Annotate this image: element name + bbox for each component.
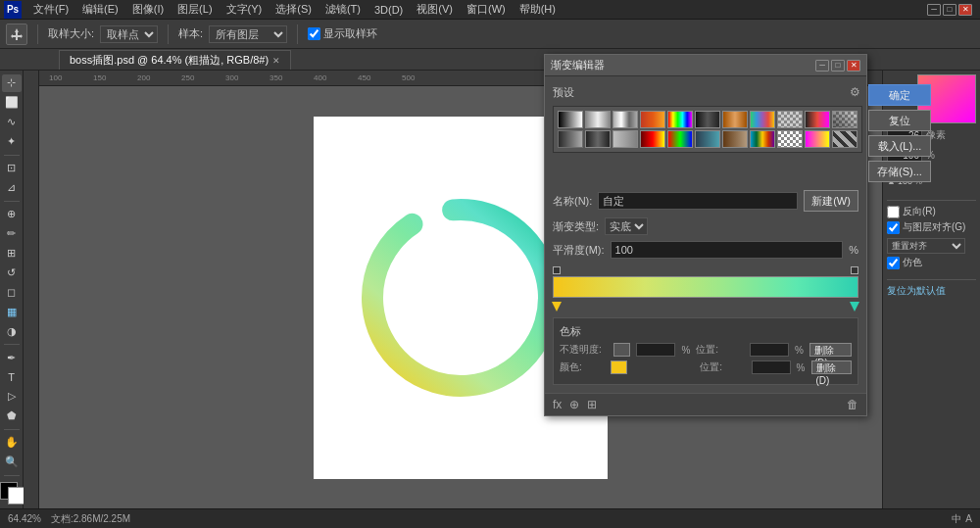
preset-p2[interactable]	[585, 130, 611, 148]
show-samples-checkbox[interactable]: 显示取样环	[308, 26, 377, 41]
tool-gradient[interactable]: ▦	[2, 303, 22, 320]
tool-type[interactable]: T	[2, 368, 22, 386]
ok-button[interactable]: 确定	[868, 84, 931, 106]
cs-opacity-input[interactable]	[636, 343, 675, 357]
toolbox-sep-3	[4, 344, 20, 345]
preset-checker[interactable]	[832, 111, 858, 128]
app-maximize-btn[interactable]: □	[943, 4, 956, 16]
preset-p6[interactable]	[695, 130, 720, 148]
tool-size-select[interactable]: 取样点	[100, 25, 158, 43]
fake-checkbox[interactable]	[887, 257, 900, 269]
tool-crop[interactable]: ⊡	[2, 160, 22, 177]
preset-copper[interactable]	[722, 111, 748, 128]
tool-brush[interactable]: ✏	[2, 224, 22, 242]
preset-p8[interactable]	[750, 130, 775, 148]
tool-zoom[interactable]: 🔍	[2, 454, 22, 471]
menu-layer[interactable]: 图层(L)	[172, 1, 218, 18]
sample-select[interactable]: 所有图层	[209, 25, 287, 43]
stop-top-left[interactable]	[553, 266, 561, 274]
preset-bw[interactable]	[558, 111, 583, 128]
stop-top-right[interactable]	[851, 266, 858, 274]
cs-opacity-label: 不透明度:	[560, 343, 608, 357]
tool-eyedropper[interactable]: ⊿	[2, 179, 22, 197]
presets-gear-btn[interactable]: ⚙	[847, 84, 862, 100]
copy-stop-icon[interactable]: ⊞	[587, 398, 597, 411]
cs-location-input[interactable]	[750, 343, 789, 357]
color-stop-left[interactable]	[552, 302, 562, 312]
dialog-close-btn[interactable]: ✕	[847, 60, 860, 72]
reset-default-btn[interactable]: 复位为默认值	[887, 284, 976, 298]
preset-warm[interactable]	[640, 111, 665, 128]
menu-text[interactable]: 文字(Y)	[220, 1, 269, 18]
tab-document[interactable]: boss插图.psd @ 64.4% (粗描边, RGB/8#) ✕	[59, 50, 291, 70]
preset-p4[interactable]	[640, 130, 665, 148]
smoothness-input[interactable]	[611, 241, 844, 259]
tool-hand[interactable]: ✋	[2, 434, 22, 452]
tool-pen[interactable]: ✒	[2, 349, 22, 366]
tool-magic-wand[interactable]: ✦	[2, 133, 22, 151]
tool-shape[interactable]: ⬟	[2, 408, 22, 425]
color-stop-title: 色标	[560, 324, 852, 339]
tool-path[interactable]: ▷	[2, 388, 22, 406]
reset-button[interactable]: 复位	[868, 110, 931, 131]
new-button[interactable]: 新建(W)	[804, 190, 858, 212]
move-tool-btn[interactable]	[6, 24, 27, 45]
preset-p3[interactable]	[612, 130, 638, 148]
background-color[interactable]	[8, 487, 25, 504]
menu-file[interactable]: 文件(F)	[27, 1, 74, 18]
app-close-btn[interactable]: ✕	[958, 4, 972, 16]
preset-chrome[interactable]	[612, 111, 638, 128]
tool-heal[interactable]: ⊕	[2, 206, 22, 223]
tool-clone[interactable]: ⊞	[2, 244, 22, 262]
menu-view[interactable]: 视图(V)	[411, 1, 459, 18]
menu-edit[interactable]: 编辑(E)	[76, 1, 124, 18]
name-input[interactable]	[598, 192, 798, 210]
tool-history-brush[interactable]: ↺	[2, 264, 22, 281]
preset-transparent[interactable]	[777, 111, 803, 128]
cs-opacity-delete-btn[interactable]: 删除(D)	[809, 343, 852, 357]
preset-p11[interactable]	[832, 130, 858, 148]
preset-p10[interactable]	[805, 130, 830, 148]
preset-rainbow2[interactable]	[750, 111, 775, 128]
menu-window[interactable]: 窗口(W)	[461, 1, 512, 18]
preset-p5[interactable]	[667, 130, 693, 148]
cs-color-delete-btn[interactable]: 删除(D)	[811, 360, 853, 374]
menu-filter[interactable]: 滤镜(T)	[319, 1, 367, 18]
preset-hot[interactable]	[805, 111, 830, 128]
save-button[interactable]: 存储(S)...	[868, 161, 931, 182]
add-stop-icon[interactable]: ⊕	[569, 398, 579, 411]
tool-dodge[interactable]: ◑	[2, 322, 22, 340]
preset-p1[interactable]	[558, 130, 583, 148]
gradient-type-select[interactable]: 实底	[605, 217, 648, 235]
dialog-maximize-btn[interactable]: □	[831, 60, 845, 72]
preset-dark[interactable]	[695, 111, 720, 128]
menu-help[interactable]: 帮助(H)	[514, 1, 562, 18]
menu-select[interactable]: 选择(S)	[270, 1, 318, 18]
tool-select-rect[interactable]: ⬜	[2, 94, 22, 112]
show-samples-input[interactable]	[308, 27, 320, 40]
align-checkbox[interactable]	[887, 221, 900, 234]
tool-eraser[interactable]: ◻	[2, 283, 22, 301]
app-minimize-btn[interactable]: ─	[927, 4, 941, 16]
load-button[interactable]: 载入(L)...	[868, 135, 931, 157]
preset-rainbow[interactable]	[667, 111, 693, 128]
ruler-mark: 350	[270, 73, 314, 82]
cs-color-swatch[interactable]	[611, 360, 627, 374]
preset-p9[interactable]	[777, 130, 803, 148]
menu-3d[interactable]: 3D(D)	[368, 3, 409, 17]
cs-color-location-input[interactable]	[752, 360, 791, 374]
dialog-minimize-btn[interactable]: ─	[815, 60, 829, 72]
gradient-bar[interactable]	[553, 276, 858, 298]
presets-row-2	[558, 130, 858, 148]
tab-close-btn[interactable]: ✕	[272, 56, 280, 66]
menu-image[interactable]: 图像(I)	[126, 1, 170, 18]
color-stop-right[interactable]	[850, 302, 859, 312]
reverse-checkbox[interactable]	[887, 206, 900, 218]
delete-stop-icon[interactable]: 🗑	[847, 398, 858, 411]
tool-lasso[interactable]: ∿	[2, 114, 22, 131]
blend-mode-select[interactable]: 重置对齐	[887, 238, 965, 254]
tool-move[interactable]: ⊹	[2, 74, 22, 92]
preset-p7[interactable]	[722, 130, 748, 148]
effects-icon[interactable]: fx	[553, 398, 562, 411]
preset-metal[interactable]	[585, 111, 611, 128]
